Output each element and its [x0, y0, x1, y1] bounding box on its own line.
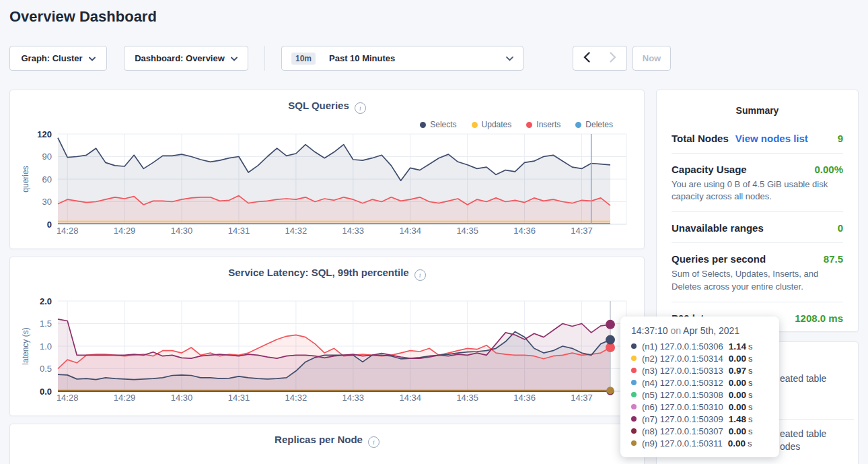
next-button[interactable]: [600, 46, 627, 71]
svg-text:30: 30: [42, 197, 52, 207]
svg-text:0: 0: [47, 220, 52, 230]
info-icon[interactable]: i: [414, 269, 426, 281]
summary-title: Summary: [672, 105, 843, 116]
summary-item-label: Capacity Usage: [672, 164, 747, 175]
tooltip-node-label: (n5) 127.0.0.1:50308: [642, 390, 723, 400]
tooltip-value: 1.14: [729, 341, 746, 352]
summary-item-queries-per-second: Queries per second 87.5 Sum of Selects, …: [672, 242, 843, 301]
tooltip-row: (n3) 127.0.0.1:503130.97s: [631, 364, 768, 376]
svg-text:14:31: 14:31: [228, 393, 250, 403]
tooltip-node-label: (n7) 127.0.0.1:50309: [642, 414, 723, 424]
now-button[interactable]: Now: [632, 46, 671, 71]
legend-dot-3: [575, 122, 581, 128]
service-latency-chart[interactable]: 0.00.51.01.52.014:2814:2914:3014:3114:32…: [10, 296, 645, 409]
time-range-selector[interactable]: 10m Past 10 Minutes: [281, 46, 523, 71]
legend-dot-2: [526, 122, 532, 128]
tooltip-row: (n7) 127.0.0.1:503091.48s: [631, 413, 768, 425]
sql-queries-chart[interactable]: 030609012014:2814:2914:3014:3114:3214:33…: [10, 129, 645, 242]
service-latency-card: Service Latency: SQL, 99th percentilei 0…: [9, 257, 645, 416]
tooltip-node-label: (n4) 127.0.0.1:50312: [642, 378, 723, 388]
legend-item-deletes: Deletes: [575, 120, 613, 129]
info-icon[interactable]: i: [368, 436, 379, 448]
svg-text:latency (s): latency (s): [21, 327, 30, 364]
graph-dropdown-label: Graph: Cluster: [21, 53, 82, 63]
svg-text:14:37: 14:37: [571, 393, 593, 403]
tooltip-node-label: (n1) 127.0.0.1:50306: [642, 341, 723, 352]
tooltip-dot-1: [631, 356, 637, 361]
svg-text:60: 60: [42, 174, 52, 185]
tooltip-node-label: (n3) 127.0.0.1:50313: [642, 366, 723, 376]
svg-text:14:36: 14:36: [513, 226, 536, 236]
chart-title: Replicas per Node: [275, 434, 363, 445]
svg-text:0.0: 0.0: [40, 387, 52, 397]
tooltip-unit: s: [748, 438, 752, 449]
chart-tooltip: 14:37:10 on Apr 5th, 2021 (n1) 127.0.0.1…: [620, 317, 779, 457]
tooltip-row: (n9) 127.0.0.1:503110.00s: [631, 437, 768, 449]
tooltip-node-label: (n8) 127.0.0.1:50307: [642, 426, 723, 436]
tooltip-dot-2: [631, 368, 637, 373]
tooltip-unit: s: [748, 341, 753, 352]
chart-title: SQL Queries: [288, 100, 349, 111]
legend-dot-0: [420, 122, 426, 128]
chevron-left-icon: [583, 52, 590, 65]
svg-text:14:37: 14:37: [571, 226, 593, 236]
tooltip-dot-6: [631, 416, 637, 422]
info-icon[interactable]: i: [355, 102, 366, 114]
legend-label: Inserts: [536, 120, 560, 129]
tooltip-dot-7: [631, 428, 637, 434]
chart-legend: Selects Updates Inserts Deletes: [420, 120, 613, 129]
sql-queries-card: SQL Queriesi Selects Updates Inserts Del…: [9, 90, 645, 249]
svg-text:14:34: 14:34: [399, 226, 421, 236]
summary-item-total-nodes: Total Nodes View nodes list 9: [672, 123, 843, 153]
summary-item-value: 1208.0 ms: [795, 312, 843, 324]
svg-text:14:32: 14:32: [285, 226, 308, 236]
svg-text:14:36: 14:36: [513, 393, 536, 403]
summary-item-desc: Sum of Selects, Updates, Inserts, and De…: [672, 268, 843, 292]
svg-text:14:29: 14:29: [114, 226, 136, 236]
tooltip-dot-3: [631, 380, 637, 385]
view-nodes-link[interactable]: View nodes list: [735, 133, 808, 144]
tooltip-header: 14:37:10 on Apr 5th, 2021: [631, 325, 768, 336]
graph-dropdown[interactable]: Graph: Cluster: [9, 46, 107, 71]
tooltip-value: 0.00: [729, 390, 746, 400]
svg-text:1.0: 1.0: [40, 341, 52, 352]
tooltip-node-label: (n2) 127.0.0.1:50314: [642, 354, 723, 364]
summary-item-label: Total Nodes: [672, 133, 729, 144]
svg-text:14:31: 14:31: [228, 226, 250, 236]
now-button-label: Now: [643, 53, 661, 63]
chevron-right-icon: [610, 52, 616, 65]
legend-item-selects: Selects: [420, 120, 456, 129]
tooltip-row: (n4) 127.0.0.1:503120.00s: [631, 376, 768, 389]
legend-dot-1: [472, 122, 478, 128]
tooltip-row: (n8) 127.0.0.1:503070.00s: [631, 425, 768, 437]
chart-title-row: SQL Queriesi: [10, 100, 644, 114]
event-text-fragment: odes: [780, 441, 800, 452]
tooltip-value: 0.00: [729, 354, 746, 364]
chevron-down-icon: [231, 53, 238, 63]
chart-title: Service Latency: SQL, 99th percentile: [228, 267, 408, 278]
summary-item-label: Queries per second: [672, 253, 766, 265]
tooltip-dot-5: [631, 404, 637, 409]
tooltip-node-label: (n9) 127.0.0.1:50311: [642, 438, 723, 449]
tooltip-dot-4: [631, 392, 637, 397]
summary-item-desc: You are using 0 B of 4.5 GiB usable disk…: [672, 178, 843, 203]
svg-text:1.5: 1.5: [40, 319, 52, 329]
legend-label: Selects: [430, 120, 456, 129]
summary-item-value: 0.00%: [814, 164, 843, 175]
svg-text:14:35: 14:35: [456, 393, 478, 403]
legend-label: Deletes: [585, 120, 613, 129]
svg-text:14:28: 14:28: [57, 226, 79, 236]
event-text-fragment: eated table: [780, 373, 826, 384]
tooltip-date: Apr 5th, 2021: [683, 325, 739, 336]
prev-button[interactable]: [573, 46, 600, 71]
tooltip-value: 0.00: [729, 426, 746, 436]
svg-text:queries: queries: [21, 166, 30, 192]
toolbar-divider: [264, 46, 265, 71]
svg-text:90: 90: [42, 152, 52, 162]
svg-text:14:32: 14:32: [285, 393, 308, 403]
dashboard-dropdown[interactable]: Dashboard: Overview: [124, 46, 248, 71]
chevron-down-icon: [506, 53, 513, 63]
tooltip-time: 14:37:10: [631, 325, 668, 336]
summary-item-capacity-usage: Capacity Usage 0.00% You are using 0 B o…: [672, 153, 843, 211]
time-range-badge: 10m: [291, 53, 316, 65]
